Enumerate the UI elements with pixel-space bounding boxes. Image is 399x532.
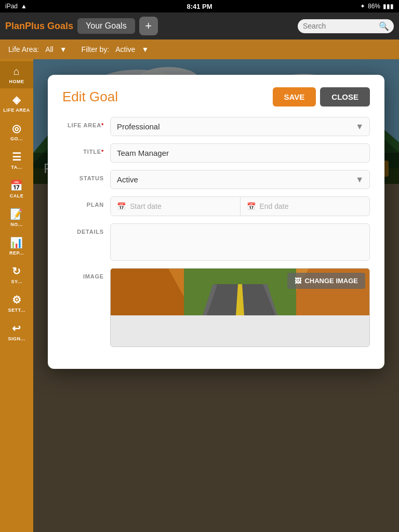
sidebar-item-notes[interactable]: 📝 NO... [0,204,33,231]
required-indicator-2: * [101,149,104,155]
filter-by-label: Filter by: [82,45,110,54]
start-date-picker[interactable]: 📅 Start date [111,197,240,215]
filter-dropdown-icon: ▼ [141,45,149,54]
brand-accent: Goals [47,21,73,31]
content: Family VIEW LIST EDIT DETAILS Edit Goal … [33,59,399,532]
sidebar-item-tasks-label: TA... [11,165,22,170]
details-row: DETAILS [62,223,370,261]
modal-title: Edit Goal [62,89,118,105]
calendar-start-icon: 📅 [117,202,126,210]
image-container: 🖼 CHANGE IMAGE [110,268,370,347]
modal-header-buttons: SAVE CLOSE [273,87,370,107]
change-image-icon: 🖼 [295,277,301,285]
battery-label: 86% [368,3,380,10]
required-indicator: * [101,122,104,128]
end-date-label: End date [260,202,289,210]
sidebar-item-sync-label: SY... [11,279,22,284]
plan-form-label: PLAN [62,196,104,208]
sidebar-item-calendar-label: CALE [10,193,24,198]
sidebar-item-settings-label: SETT... [8,308,25,313]
search-bar: 🔍 [298,19,394,33]
life-area-dropdown-icon: ▼ [60,45,67,54]
your-goals-tab[interactable]: Your Goals [77,18,135,34]
life-area-value[interactable]: All [45,45,54,54]
status-select-wrap: Active Inactive Completed ▼ [110,170,370,189]
home-icon: ⌂ [14,65,20,77]
sidebar-item-life-area[interactable]: ◈ LIFE AREA [0,89,33,117]
calendar-icon: 📅 [10,179,23,192]
image-form-label: IMAGE [62,268,104,280]
ipad-label: iPad [5,3,18,10]
sidebar-item-notes-label: NO... [10,222,23,227]
brand-plain: PlanPlus [5,21,45,31]
bluetooth-icon: ✦ [360,3,365,10]
edit-goal-modal: Edit Goal SAVE CLOSE LIFE AREA* Professi… [48,75,384,369]
sidebar-item-goals[interactable]: ◎ GO... [0,118,33,145]
life-area-form-label: LIFE AREA* [62,117,104,128]
sidebar-item-reports-label: REP... [9,250,24,256]
status-row: STATUS Active Inactive Completed ▼ [62,170,370,189]
status-select[interactable]: Active Inactive Completed [110,170,370,189]
sidebar-item-signout-label: SIGN... [8,336,25,341]
status-left: iPad ▲ [5,3,27,10]
signout-icon: ↩ [12,322,21,335]
modal-header: Edit Goal SAVE CLOSE [62,87,370,107]
battery-icon: ▮▮▮ [383,3,394,10]
sidebar-item-sync[interactable]: ↻ SY... [0,261,33,288]
sync-icon: ↻ [12,265,21,277]
sidebar-item-settings[interactable]: ⚙ SETT... [0,289,33,317]
close-button[interactable]: CLOSE [320,87,370,107]
life-area-select-wrap: Professional Personal Family Financial H… [110,117,370,136]
sidebar-item-calendar[interactable]: 📅 CALE [0,175,33,203]
main-area: ⌂ HOME ◈ LIFE AREA ◎ GO... ☰ TA... 📅 CAL… [0,59,399,532]
title-form-label: TITLE* [62,143,104,155]
settings-icon: ⚙ [12,294,22,306]
status-right: ✦ 86% ▮▮▮ [360,3,394,10]
search-input[interactable] [303,22,376,30]
sidebar-item-reports[interactable]: 📊 REP... [0,232,33,260]
plan-date-container: 📅 Start date 📅 End date [110,196,370,216]
change-image-label: CHANGE IMAGE [304,277,358,285]
reports-icon: 📊 [10,236,23,249]
life-area-label: Life Area: [8,45,39,54]
sidebar-item-tasks[interactable]: ☰ TA... [0,147,33,174]
tasks-icon: ☰ [12,151,22,163]
end-date-picker[interactable]: 📅 End date [241,197,370,215]
search-icon: 🔍 [379,21,389,31]
sidebar-item-signout[interactable]: ↩ SIGN... [0,318,33,345]
sidebar-item-home[interactable]: ⌂ HOME [0,61,33,88]
life-area-select[interactable]: Professional Personal Family Financial H… [110,117,370,136]
life-area-row: LIFE AREA* Professional Personal Family … [62,117,370,136]
image-bottom [111,315,369,347]
life-area-icon: ◈ [12,94,21,106]
calendar-end-icon: 📅 [247,202,256,210]
details-form-label: DETAILS [62,223,104,235]
start-date-label: Start date [130,202,162,210]
details-textarea[interactable] [110,223,370,261]
filter-bar: Life Area: All ▼ Filter by: Active ▼ [0,39,399,59]
filter-by-value[interactable]: Active [115,45,135,54]
sidebar-item-life-area-label: LIFE AREA [3,108,30,113]
status-form-label: STATUS [62,170,104,181]
sidebar-item-home-label: HOME [9,79,24,84]
status-bar: iPad ▲ 8:41 PM ✦ 86% ▮▮▮ [0,0,399,12]
plan-row: PLAN 📅 Start date 📅 End date [62,196,370,216]
save-button[interactable]: SAVE [273,87,316,107]
image-row: IMAGE 🖼 CHANGE IMAGE [62,268,370,347]
add-goal-button[interactable]: + [139,17,158,35]
time-display: 8:41 PM [187,3,212,10]
nav-bar: PlanPlus Goals Your Goals + 🔍 [0,12,399,39]
sidebar-item-goals-label: GO... [10,136,23,141]
sidebar: ⌂ HOME ◈ LIFE AREA ◎ GO... ☰ TA... 📅 CAL… [0,59,33,532]
title-row: TITLE* [62,143,370,163]
wifi-icon: ▲ [21,3,27,10]
notes-icon: 📝 [10,208,23,220]
title-input[interactable] [110,143,370,163]
goals-icon: ◎ [12,122,21,135]
brand: PlanPlus Goals [5,21,73,32]
change-image-button[interactable]: 🖼 CHANGE IMAGE [287,273,365,289]
